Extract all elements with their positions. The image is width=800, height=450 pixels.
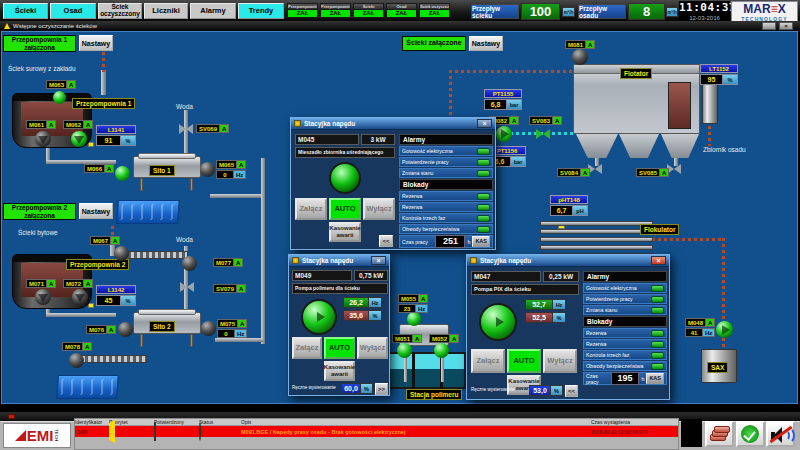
sv079-tag[interactable]: SV079A [213, 284, 246, 293]
m066-motor[interactable] [115, 166, 130, 181]
m055-motor[interactable] [407, 312, 421, 326]
m063-motor[interactable] [53, 91, 66, 104]
flotator-label: Flotator [620, 68, 652, 79]
close-icon[interactable]: × [477, 119, 492, 128]
m081-tag[interactable]: M081A [565, 40, 595, 49]
stop-button[interactable]: Wyłącz [357, 337, 388, 359]
m076-motor[interactable] [118, 322, 133, 337]
m067-tag[interactable]: M067A [90, 236, 120, 245]
m052-tag[interactable]: M052A [429, 334, 459, 343]
alarm-row: Potwierdzenie pracy [399, 157, 493, 167]
m065-tag[interactable]: M065A [216, 160, 246, 169]
m077-motor[interactable] [182, 256, 197, 271]
alarm-row-active[interactable]: 106 M091.BGE / Napędy prasy osadu - Brak… [75, 426, 678, 437]
start-button[interactable]: Załącz [292, 337, 322, 359]
sv069-tag[interactable]: SV069A [196, 124, 229, 133]
collapse-button[interactable]: << [565, 385, 578, 397]
alarm-history-button[interactable] [705, 421, 734, 447]
m067-motor[interactable] [114, 246, 129, 261]
m081-motor[interactable] [572, 49, 588, 65]
close-icon[interactable]: × [371, 256, 386, 265]
status-badge: ZAŁ [386, 10, 417, 18]
nav-button-sciek-oczyszczony[interactable]: Ściek oczyszczony [98, 3, 142, 19]
nav-button-osad[interactable]: Osad [50, 3, 96, 19]
sv083-valve[interactable] [536, 129, 550, 140]
runtime-reset-button[interactable]: KAS [472, 236, 490, 247]
pump2-nastawy-button[interactable]: Nastawy [79, 203, 113, 219]
sv085-tag[interactable]: SV085A [636, 168, 669, 177]
auto-button[interactable]: AUTO [507, 349, 541, 373]
m078-tag[interactable]: M078A [62, 342, 92, 351]
green-led [651, 330, 664, 337]
level-indicator-l1142[interactable]: L1142 45% [96, 285, 136, 306]
flokulator-label: Flokulator [640, 224, 679, 235]
sv069-valve[interactable] [179, 124, 193, 135]
fault-reset-button[interactable]: Kasowanie awarii [329, 222, 361, 242]
m061-tag[interactable]: M061A [26, 120, 56, 129]
nav-button-trendy[interactable]: Trendy [238, 3, 284, 19]
m071-pump[interactable] [35, 289, 51, 305]
m077-tag[interactable]: M077A [213, 258, 243, 267]
m048-tag[interactable]: M048A [685, 318, 715, 327]
m082-pump[interactable] [496, 126, 512, 142]
pressure-indicator-pt1155[interactable]: PT1155 6,8bar [484, 89, 522, 110]
manual-setpoint[interactable]: 53,0% [529, 385, 563, 396]
m076-tag[interactable]: M076A [86, 325, 116, 334]
alarm-table[interactable]: Identyfikator Priorytet Potwierdzony Sta… [74, 418, 679, 450]
popup-title: Stacyjka napędu [302, 257, 353, 264]
start-button[interactable]: Załącz [471, 349, 505, 373]
acknowledge-checkbox[interactable] [154, 422, 156, 441]
m078-motor[interactable] [69, 353, 84, 368]
level-indicator-l1141[interactable]: L1141 91% [96, 125, 136, 146]
manual-setpoint[interactable]: 60,0% [341, 383, 373, 394]
acknowledge-all-button[interactable] [736, 421, 765, 447]
sax-label: SAX [707, 362, 728, 373]
collapse-button[interactable]: << [379, 235, 393, 247]
popup-titlebar[interactable]: Stacyjka napędu × [291, 118, 495, 130]
runtime-reset-button[interactable]: KAS [646, 373, 664, 384]
fault-reset-button[interactable]: Kasowanie awarii [324, 361, 355, 381]
sv083-tag[interactable]: SV083A [529, 116, 562, 125]
popup-titlebar[interactable]: Stacyjka napędu × [289, 255, 389, 267]
sewage-nastawy-button[interactable]: Nastawy [469, 36, 503, 51]
level-indicator-lt1152[interactable]: LT1152 95% [700, 64, 738, 85]
sv084-tag[interactable]: SV084A [557, 168, 590, 177]
window-minimize-button[interactable] [762, 22, 776, 30]
m051-tag[interactable]: M051A [392, 334, 422, 343]
flow-sewage-unit: m³/h [562, 7, 575, 17]
m072-pump[interactable] [72, 289, 88, 305]
run-lamp [329, 162, 361, 194]
m066-tag[interactable]: M066A [84, 164, 114, 173]
close-icon[interactable]: × [651, 256, 666, 265]
window-close-button[interactable]: × [779, 22, 793, 30]
flow-sludge-unit: m³/h [666, 7, 678, 17]
start-button[interactable]: Załącz [295, 198, 327, 220]
mute-sound-button[interactable] [766, 421, 795, 447]
m072-tag[interactable]: M072A [63, 279, 93, 288]
nav-button-scieki[interactable]: Ścieki [3, 3, 48, 19]
pump1-nastawy-button[interactable]: Nastawy [79, 35, 113, 51]
m063-tag[interactable]: M063A [46, 80, 76, 89]
stop-button[interactable]: Wyłącz [543, 349, 577, 373]
nav-button-liczniki[interactable]: Liczniki [144, 3, 188, 19]
m055-tag[interactable]: M055A [398, 294, 428, 303]
m048-pump[interactable] [716, 321, 733, 338]
expand-button[interactable]: >> [375, 383, 388, 395]
ph-indicator-pht148[interactable]: pHT148 6,7pH [550, 195, 588, 216]
m062-tag[interactable]: M062A [63, 120, 93, 129]
m075-motor[interactable] [201, 321, 216, 336]
nav-button-alarmy[interactable]: Alarmy [190, 3, 236, 19]
stop-button[interactable]: Wyłącz [363, 198, 395, 220]
m071-tag[interactable]: M071A [26, 279, 56, 288]
m075-tag[interactable]: M075A [217, 319, 247, 328]
sv079-valve[interactable] [180, 282, 194, 293]
pipe [652, 238, 724, 241]
m061-pump[interactable] [35, 131, 51, 147]
m051-mixer[interactable] [397, 343, 412, 358]
auto-button[interactable]: AUTO [329, 198, 361, 220]
popup-titlebar[interactable]: Stacyjka napędu × [467, 255, 669, 267]
m052-mixer[interactable] [434, 343, 449, 358]
m065-motor[interactable] [200, 162, 215, 177]
m062-pump[interactable] [71, 131, 87, 147]
auto-button[interactable]: AUTO [324, 337, 355, 359]
